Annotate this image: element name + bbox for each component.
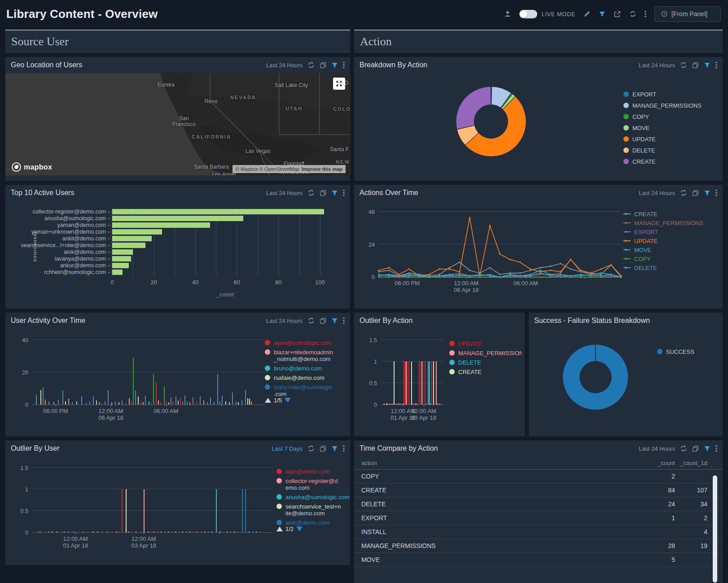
panel-time-range[interactable]: Last 24 Hours (266, 62, 303, 69)
share-icon[interactable] (614, 10, 621, 18)
legend-item[interactable]: UPDATE (623, 136, 702, 143)
panel-time-range[interactable]: Last 24 Hours (639, 62, 675, 69)
refresh-icon[interactable] (680, 61, 687, 69)
filter-icon[interactable] (704, 445, 710, 452)
geo-map[interactable]: EurekaSalt Lake CityRenoSan FranciscoLas… (5, 73, 351, 175)
legend-item[interactable]: DELETE (623, 265, 703, 271)
legend-item[interactable]: bruno@demo.com (265, 365, 349, 372)
legend-item[interactable]: EXPORT (623, 229, 703, 235)
time-range-selector[interactable]: [From Panel] (654, 6, 721, 22)
legend-item[interactable]: stacy+nite@sumologic.com (265, 384, 349, 397)
legend-item[interactable]: COPY (623, 113, 702, 120)
kebab-icon[interactable] (343, 189, 345, 196)
legend-page-up[interactable] (276, 526, 283, 531)
mapbox-logo[interactable]: mapbox (12, 162, 52, 172)
legend-page-down[interactable] (285, 398, 291, 403)
table-scrollbar[interactable] (713, 475, 717, 583)
copy-icon[interactable] (692, 190, 699, 196)
kebab-icon[interactable] (715, 189, 717, 196)
legend-item[interactable]: SUCCESS (657, 348, 694, 355)
copy-icon[interactable] (692, 62, 699, 69)
copy-icon[interactable] (320, 318, 326, 324)
bar[interactable] (112, 249, 133, 255)
legend-item[interactable]: DELETE (623, 147, 702, 154)
legend-item[interactable]: MANAGE_PERMISSIONS (623, 102, 702, 109)
donut-slice-CREATE[interactable] (456, 87, 491, 129)
copy-icon[interactable] (320, 190, 326, 196)
legend-item[interactable]: blazar+nitedemoadmin_notmulti@demo.com (265, 349, 349, 362)
legend-item[interactable]: CREATE (623, 211, 703, 218)
refresh-icon[interactable] (680, 189, 687, 196)
refresh-icon[interactable] (307, 61, 315, 69)
legend-item[interactable]: searchservice_test+nite@demo.com (276, 503, 353, 517)
legend-item[interactable]: UPDATE (623, 238, 703, 244)
bar[interactable] (112, 236, 152, 241)
copy-icon[interactable] (320, 445, 326, 452)
legend-item[interactable]: MOVE (623, 125, 702, 131)
attribution-text[interactable]: © Mapbox © OpenStreetMap (236, 166, 299, 172)
legend-item[interactable]: EXPORT (623, 91, 702, 98)
bar[interactable] (112, 256, 131, 261)
filter-icon[interactable] (599, 11, 605, 17)
legend-item[interactable]: ayan@sumologic.com (265, 339, 349, 346)
panel-time-range[interactable]: Last 24 Hours (266, 318, 303, 324)
legend-item[interactable]: alok@demo.com (276, 519, 353, 526)
donut-slice-SUCCESS[interactable] (563, 344, 628, 410)
kebab-icon[interactable] (343, 61, 345, 69)
cell-action: EXPORT (361, 514, 635, 522)
legend-item[interactable]: anusha@sumologic.com (276, 494, 353, 500)
legend-page-up[interactable] (265, 398, 271, 403)
improve-map-link[interactable]: Improve this map (302, 166, 342, 172)
legend-item[interactable]: MOVE (623, 247, 703, 253)
kebab-icon[interactable] (343, 445, 345, 452)
legend-item[interactable]: CREATE (623, 158, 702, 165)
filter-icon[interactable] (704, 62, 710, 69)
panel-time-range[interactable]: Last 7 Days (272, 445, 303, 452)
bar[interactable] (112, 216, 243, 221)
legend-item[interactable]: MANAGE_PERMISSIONS (449, 350, 522, 357)
filter-icon[interactable] (331, 190, 338, 196)
kebab-icon[interactable] (715, 61, 717, 69)
legend-item[interactable]: UPDATE (449, 340, 522, 347)
legend-page-down[interactable] (296, 526, 303, 531)
kebab-icon[interactable] (343, 317, 345, 324)
map-expand-button[interactable] (333, 78, 345, 90)
bar[interactable] (112, 209, 324, 214)
cell-count-1d: 107 (675, 487, 707, 494)
bar[interactable] (112, 270, 123, 275)
edit-icon[interactable] (583, 10, 591, 17)
bar[interactable] (112, 222, 210, 228)
refresh-icon[interactable] (629, 10, 636, 17)
legend-item[interactable]: CREATE (449, 369, 522, 375)
user-icon[interactable] (504, 10, 511, 17)
bar (237, 531, 238, 532)
filter-icon[interactable] (331, 62, 338, 69)
panel-time-range[interactable]: Last 24 Hours (266, 190, 303, 196)
column-header[interactable]: _count (635, 460, 675, 466)
refresh-icon[interactable] (680, 445, 687, 452)
live-mode-toggle[interactable] (519, 10, 537, 18)
bar[interactable] (112, 243, 145, 248)
refresh-icon[interactable] (307, 445, 315, 452)
column-header[interactable]: _count_1d (675, 460, 707, 466)
panel-time-range[interactable]: Last 24 Hours (639, 445, 675, 452)
refresh-icon[interactable] (307, 189, 315, 196)
filter-icon[interactable] (704, 190, 710, 196)
filter-icon[interactable] (331, 445, 338, 452)
filter-icon[interactable] (331, 318, 338, 324)
column-header[interactable]: action (361, 460, 635, 466)
kebab-icon[interactable] (715, 445, 717, 452)
bar[interactable] (112, 229, 162, 235)
legend-item[interactable]: DELETE (449, 359, 522, 366)
refresh-icon[interactable] (307, 317, 315, 324)
legend-item[interactable]: COPY (623, 256, 703, 262)
more-icon[interactable] (645, 10, 646, 17)
copy-icon[interactable] (320, 62, 326, 69)
legend-item[interactable]: collector-register@demo.com (276, 478, 353, 491)
copy-icon[interactable] (692, 445, 699, 452)
bar[interactable] (112, 263, 129, 268)
legend-item[interactable]: rsafaie@demo.com (265, 374, 349, 381)
legend-item[interactable]: alan@demo.com (276, 468, 353, 475)
panel-time-range[interactable]: Last 24 Hours (639, 190, 675, 196)
legend-item[interactable]: MANAGE_PERMISSIONS (623, 220, 703, 226)
